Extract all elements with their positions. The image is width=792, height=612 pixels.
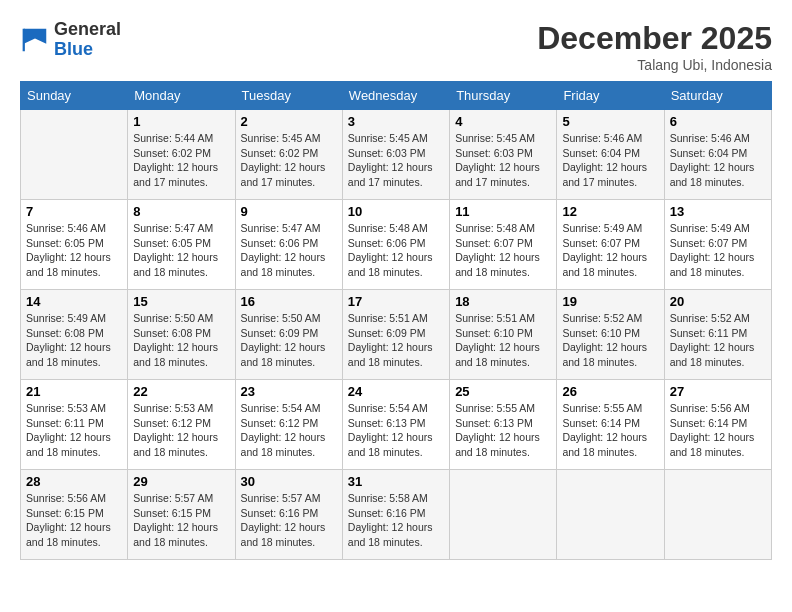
calendar-day-cell: 17Sunrise: 5:51 AM Sunset: 6:09 PM Dayli… xyxy=(342,290,449,380)
calendar-table: SundayMondayTuesdayWednesdayThursdayFrid… xyxy=(20,81,772,560)
day-number: 27 xyxy=(670,384,766,399)
day-of-week-header: Saturday xyxy=(664,82,771,110)
day-number: 31 xyxy=(348,474,444,489)
day-info: Sunrise: 5:49 AM Sunset: 6:07 PM Dayligh… xyxy=(670,221,766,280)
calendar-day-cell: 29Sunrise: 5:57 AM Sunset: 6:15 PM Dayli… xyxy=(128,470,235,560)
calendar-day-cell: 3Sunrise: 5:45 AM Sunset: 6:03 PM Daylig… xyxy=(342,110,449,200)
day-number: 14 xyxy=(26,294,122,309)
day-number: 2 xyxy=(241,114,337,129)
calendar-day-cell: 25Sunrise: 5:55 AM Sunset: 6:13 PM Dayli… xyxy=(450,380,557,470)
calendar-day-cell: 10Sunrise: 5:48 AM Sunset: 6:06 PM Dayli… xyxy=(342,200,449,290)
calendar-day-cell: 11Sunrise: 5:48 AM Sunset: 6:07 PM Dayli… xyxy=(450,200,557,290)
calendar-day-cell: 7Sunrise: 5:46 AM Sunset: 6:05 PM Daylig… xyxy=(21,200,128,290)
calendar-week-row: 28Sunrise: 5:56 AM Sunset: 6:15 PM Dayli… xyxy=(21,470,772,560)
calendar-week-row: 7Sunrise: 5:46 AM Sunset: 6:05 PM Daylig… xyxy=(21,200,772,290)
month-title: December 2025 xyxy=(537,20,772,57)
day-number: 29 xyxy=(133,474,229,489)
calendar-day-cell: 21Sunrise: 5:53 AM Sunset: 6:11 PM Dayli… xyxy=(21,380,128,470)
day-number: 12 xyxy=(562,204,658,219)
day-number: 4 xyxy=(455,114,551,129)
calendar-day-cell: 22Sunrise: 5:53 AM Sunset: 6:12 PM Dayli… xyxy=(128,380,235,470)
calendar-day-cell: 8Sunrise: 5:47 AM Sunset: 6:05 PM Daylig… xyxy=(128,200,235,290)
calendar-day-cell: 18Sunrise: 5:51 AM Sunset: 6:10 PM Dayli… xyxy=(450,290,557,380)
calendar-day-cell: 24Sunrise: 5:54 AM Sunset: 6:13 PM Dayli… xyxy=(342,380,449,470)
calendar-day-cell: 14Sunrise: 5:49 AM Sunset: 6:08 PM Dayli… xyxy=(21,290,128,380)
day-number: 11 xyxy=(455,204,551,219)
calendar-day-cell: 15Sunrise: 5:50 AM Sunset: 6:08 PM Dayli… xyxy=(128,290,235,380)
day-of-week-header: Wednesday xyxy=(342,82,449,110)
day-number: 6 xyxy=(670,114,766,129)
logo: General Blue xyxy=(20,20,121,60)
day-number: 30 xyxy=(241,474,337,489)
day-of-week-header: Sunday xyxy=(21,82,128,110)
day-info: Sunrise: 5:52 AM Sunset: 6:11 PM Dayligh… xyxy=(670,311,766,370)
day-number: 21 xyxy=(26,384,122,399)
calendar-day-cell: 30Sunrise: 5:57 AM Sunset: 6:16 PM Dayli… xyxy=(235,470,342,560)
calendar-day-cell: 4Sunrise: 5:45 AM Sunset: 6:03 PM Daylig… xyxy=(450,110,557,200)
day-info: Sunrise: 5:48 AM Sunset: 6:06 PM Dayligh… xyxy=(348,221,444,280)
day-info: Sunrise: 5:57 AM Sunset: 6:16 PM Dayligh… xyxy=(241,491,337,550)
day-info: Sunrise: 5:52 AM Sunset: 6:10 PM Dayligh… xyxy=(562,311,658,370)
day-number: 13 xyxy=(670,204,766,219)
day-info: Sunrise: 5:56 AM Sunset: 6:15 PM Dayligh… xyxy=(26,491,122,550)
day-number: 15 xyxy=(133,294,229,309)
day-info: Sunrise: 5:55 AM Sunset: 6:14 PM Dayligh… xyxy=(562,401,658,460)
calendar-day-cell: 1Sunrise: 5:44 AM Sunset: 6:02 PM Daylig… xyxy=(128,110,235,200)
calendar-day-cell xyxy=(21,110,128,200)
day-of-week-header: Friday xyxy=(557,82,664,110)
page-header: General Blue December 2025 Talang Ubi, I… xyxy=(20,20,772,73)
day-info: Sunrise: 5:46 AM Sunset: 6:04 PM Dayligh… xyxy=(562,131,658,190)
day-of-week-header: Tuesday xyxy=(235,82,342,110)
day-info: Sunrise: 5:54 AM Sunset: 6:12 PM Dayligh… xyxy=(241,401,337,460)
day-number: 10 xyxy=(348,204,444,219)
day-number: 24 xyxy=(348,384,444,399)
day-info: Sunrise: 5:53 AM Sunset: 6:12 PM Dayligh… xyxy=(133,401,229,460)
location: Talang Ubi, Indonesia xyxy=(537,57,772,73)
calendar-day-cell: 31Sunrise: 5:58 AM Sunset: 6:16 PM Dayli… xyxy=(342,470,449,560)
calendar-day-cell: 23Sunrise: 5:54 AM Sunset: 6:12 PM Dayli… xyxy=(235,380,342,470)
calendar-day-cell: 27Sunrise: 5:56 AM Sunset: 6:14 PM Dayli… xyxy=(664,380,771,470)
day-info: Sunrise: 5:53 AM Sunset: 6:11 PM Dayligh… xyxy=(26,401,122,460)
day-number: 16 xyxy=(241,294,337,309)
day-number: 19 xyxy=(562,294,658,309)
calendar-day-cell: 5Sunrise: 5:46 AM Sunset: 6:04 PM Daylig… xyxy=(557,110,664,200)
day-number: 9 xyxy=(241,204,337,219)
logo-icon xyxy=(20,25,50,55)
calendar-week-row: 14Sunrise: 5:49 AM Sunset: 6:08 PM Dayli… xyxy=(21,290,772,380)
day-info: Sunrise: 5:58 AM Sunset: 6:16 PM Dayligh… xyxy=(348,491,444,550)
day-info: Sunrise: 5:50 AM Sunset: 6:09 PM Dayligh… xyxy=(241,311,337,370)
day-number: 18 xyxy=(455,294,551,309)
day-info: Sunrise: 5:49 AM Sunset: 6:07 PM Dayligh… xyxy=(562,221,658,280)
day-info: Sunrise: 5:45 AM Sunset: 6:03 PM Dayligh… xyxy=(455,131,551,190)
svg-marker-1 xyxy=(24,29,47,44)
title-block: December 2025 Talang Ubi, Indonesia xyxy=(537,20,772,73)
calendar-day-cell: 20Sunrise: 5:52 AM Sunset: 6:11 PM Dayli… xyxy=(664,290,771,380)
calendar-header-row: SundayMondayTuesdayWednesdayThursdayFrid… xyxy=(21,82,772,110)
calendar-day-cell: 6Sunrise: 5:46 AM Sunset: 6:04 PM Daylig… xyxy=(664,110,771,200)
day-info: Sunrise: 5:46 AM Sunset: 6:05 PM Dayligh… xyxy=(26,221,122,280)
logo-text: General Blue xyxy=(54,20,121,60)
calendar-day-cell xyxy=(557,470,664,560)
day-number: 3 xyxy=(348,114,444,129)
day-info: Sunrise: 5:54 AM Sunset: 6:13 PM Dayligh… xyxy=(348,401,444,460)
calendar-day-cell: 12Sunrise: 5:49 AM Sunset: 6:07 PM Dayli… xyxy=(557,200,664,290)
day-number: 5 xyxy=(562,114,658,129)
day-number: 17 xyxy=(348,294,444,309)
day-number: 7 xyxy=(26,204,122,219)
day-info: Sunrise: 5:45 AM Sunset: 6:03 PM Dayligh… xyxy=(348,131,444,190)
calendar-week-row: 21Sunrise: 5:53 AM Sunset: 6:11 PM Dayli… xyxy=(21,380,772,470)
day-info: Sunrise: 5:46 AM Sunset: 6:04 PM Dayligh… xyxy=(670,131,766,190)
day-number: 26 xyxy=(562,384,658,399)
day-info: Sunrise: 5:57 AM Sunset: 6:15 PM Dayligh… xyxy=(133,491,229,550)
day-info: Sunrise: 5:56 AM Sunset: 6:14 PM Dayligh… xyxy=(670,401,766,460)
calendar-day-cell: 13Sunrise: 5:49 AM Sunset: 6:07 PM Dayli… xyxy=(664,200,771,290)
day-info: Sunrise: 5:51 AM Sunset: 6:09 PM Dayligh… xyxy=(348,311,444,370)
day-info: Sunrise: 5:44 AM Sunset: 6:02 PM Dayligh… xyxy=(133,131,229,190)
calendar-day-cell: 9Sunrise: 5:47 AM Sunset: 6:06 PM Daylig… xyxy=(235,200,342,290)
calendar-day-cell xyxy=(450,470,557,560)
calendar-day-cell xyxy=(664,470,771,560)
day-number: 25 xyxy=(455,384,551,399)
day-info: Sunrise: 5:47 AM Sunset: 6:06 PM Dayligh… xyxy=(241,221,337,280)
day-info: Sunrise: 5:48 AM Sunset: 6:07 PM Dayligh… xyxy=(455,221,551,280)
day-of-week-header: Thursday xyxy=(450,82,557,110)
